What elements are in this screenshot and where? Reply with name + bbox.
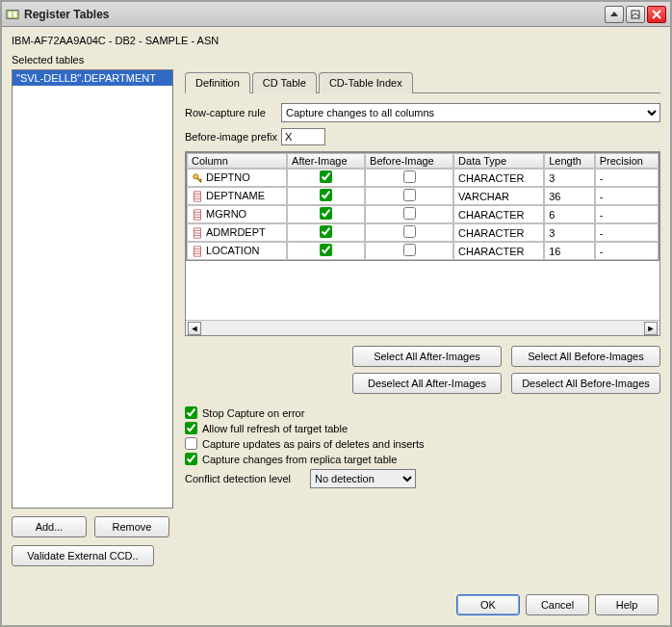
scroll-right-button[interactable]: ►	[644, 322, 658, 335]
svg-rect-1	[9, 12, 13, 16]
cancel-button[interactable]: Cancel	[526, 594, 589, 615]
row-capture-rule-select[interactable]: Capture changes to all columns	[281, 103, 660, 122]
select-all-after-images-button[interactable]: Select All After-Images	[352, 346, 502, 367]
cell-length: 3	[544, 169, 594, 187]
cell-before-image[interactable]	[365, 187, 453, 205]
after-image-checkbox[interactable]	[320, 207, 332, 220]
select-all-before-images-button[interactable]: Select All Before-Images	[511, 346, 660, 367]
grid-header[interactable]: Before-Image	[365, 153, 453, 169]
svg-rect-2	[13, 12, 17, 16]
column-icon	[192, 246, 203, 257]
after-image-checkbox[interactable]	[320, 225, 332, 238]
add-button[interactable]: Add...	[12, 516, 87, 537]
cell-datatype: VARCHAR	[453, 187, 544, 205]
breadcrumb: IBM-AF72AA9A04C - DB2 - SAMPLE - ASN	[2, 27, 670, 52]
before-image-checkbox[interactable]	[403, 244, 416, 256]
stop-capture-on-error-checkbox[interactable]	[185, 406, 197, 419]
full-refresh-label: Allow full refresh of target table	[202, 423, 348, 434]
replica-checkbox[interactable]	[185, 453, 197, 465]
ok-button[interactable]: OK	[456, 594, 520, 615]
before-image-checkbox[interactable]	[403, 207, 416, 220]
grid-header[interactable]: Data Type	[453, 153, 544, 169]
close-button[interactable]	[647, 6, 666, 23]
deselect-all-after-images-button[interactable]: Deselect All After-Images	[352, 373, 502, 394]
tab-definition[interactable]: Definition	[185, 72, 250, 93]
cell-column-name: ADMRDEPT	[187, 223, 287, 242]
cell-after-image[interactable]	[287, 205, 365, 223]
grid-header[interactable]: Length	[544, 153, 594, 169]
cell-precision: -	[595, 205, 659, 223]
cell-before-image[interactable]	[365, 169, 453, 187]
remove-button[interactable]: Remove	[94, 516, 169, 537]
cell-before-image[interactable]	[365, 205, 453, 223]
cell-datatype: CHARACTER	[453, 205, 544, 223]
titlebar: Register Tables	[2, 2, 670, 27]
grid-header[interactable]: Precision	[595, 153, 659, 169]
cell-after-image[interactable]	[287, 242, 365, 260]
app-icon	[6, 8, 19, 21]
column-icon	[192, 227, 203, 239]
cell-datatype: CHARACTER	[453, 223, 544, 242]
replica-label: Capture changes from replica target tabl…	[202, 454, 397, 465]
table-row[interactable]: LOCATIONCHARACTER16-	[187, 242, 659, 260]
selected-tables-list[interactable]: "SVL-DELLB".DEPARTMENT	[12, 69, 173, 509]
columns-grid[interactable]: ColumnAfter-ImageBefore-ImageData TypeLe…	[185, 151, 660, 336]
pairs-label: Capture updates as pairs of deletes and …	[202, 438, 425, 450]
grid-horizontal-scrollbar[interactable]: ◄ ►	[186, 320, 659, 335]
window-title: Register Tables	[24, 8, 603, 21]
help-button[interactable]: Help	[595, 594, 659, 615]
validate-external-ccd-button[interactable]: Validate External CCD..	[12, 545, 154, 566]
conflict-detection-select[interactable]: No detection	[310, 469, 416, 488]
scroll-left-button[interactable]: ◄	[188, 322, 201, 335]
after-image-checkbox[interactable]	[320, 244, 332, 256]
stop-capture-on-error-label: Stop Capture on error	[202, 407, 304, 419]
cell-before-image[interactable]	[365, 223, 453, 242]
before-image-checkbox[interactable]	[403, 225, 416, 238]
maximize-button[interactable]	[626, 6, 645, 23]
cell-column-name: MGRNO	[187, 205, 287, 223]
cell-datatype: CHARACTER	[453, 169, 544, 187]
cell-after-image[interactable]	[287, 187, 365, 205]
cell-before-image[interactable]	[365, 242, 453, 260]
after-image-checkbox[interactable]	[320, 189, 332, 201]
deselect-all-before-images-button[interactable]: Deselect All Before-Images	[511, 373, 660, 394]
tabstrip: Definition CD Table CD-Table Index	[185, 71, 660, 93]
before-image-prefix-label: Before-image prefix	[185, 131, 281, 143]
cell-precision: -	[595, 187, 659, 205]
list-item[interactable]: "SVL-DELLB".DEPARTMENT	[13, 70, 172, 86]
cell-length: 3	[544, 223, 594, 242]
grid-header[interactable]: After-Image	[287, 153, 365, 169]
cell-after-image[interactable]	[287, 223, 365, 242]
cell-column-name: LOCATION	[187, 242, 287, 260]
row-capture-rule-label: Row-capture rule	[185, 107, 281, 118]
cell-precision: -	[595, 223, 659, 242]
cell-after-image[interactable]	[287, 169, 365, 187]
table-row[interactable]: MGRNOCHARACTER6-	[187, 205, 659, 223]
column-icon	[192, 191, 203, 202]
tab-cd-table[interactable]: CD Table	[252, 72, 317, 93]
table-row[interactable]: DEPTNOCHARACTER3-	[187, 169, 659, 187]
pairs-checkbox[interactable]	[185, 437, 197, 450]
cell-column-name: DEPTNO	[187, 169, 287, 187]
column-icon	[192, 209, 203, 221]
cell-precision: -	[595, 242, 659, 260]
full-refresh-checkbox[interactable]	[185, 422, 197, 434]
cell-length: 16	[544, 242, 594, 260]
table-row[interactable]: DEPTNAMEVARCHAR36-	[187, 187, 659, 205]
grid-header[interactable]: Column	[187, 153, 287, 169]
after-image-checkbox[interactable]	[320, 170, 332, 183]
cell-column-name: DEPTNAME	[187, 187, 287, 205]
tab-cd-table-index[interactable]: CD-Table Index	[319, 72, 413, 93]
key-icon	[192, 172, 203, 184]
before-image-checkbox[interactable]	[403, 189, 416, 201]
cell-precision: -	[595, 169, 659, 187]
before-image-checkbox[interactable]	[403, 170, 416, 183]
rollup-button[interactable]	[605, 6, 624, 23]
cell-length: 36	[544, 187, 594, 205]
selected-tables-label: Selected tables	[2, 52, 670, 69]
table-row[interactable]: ADMRDEPTCHARACTER3-	[187, 223, 659, 242]
before-image-prefix-input[interactable]	[281, 128, 325, 145]
cell-datatype: CHARACTER	[453, 242, 544, 260]
cell-length: 6	[544, 205, 594, 223]
svg-rect-3	[632, 11, 639, 18]
